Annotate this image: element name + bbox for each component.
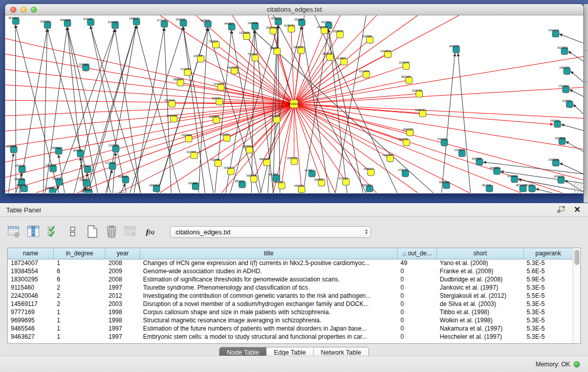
memory-status-label: Memory: OK (536, 361, 570, 368)
graph-node-label: 16648784 (449, 45, 460, 48)
minimize-button[interactable] (20, 7, 27, 13)
node-attribute-table: name in_degree year title △out_de... sho… (8, 248, 573, 341)
table-row[interactable]: 1830029562008Estimation of significance … (8, 275, 573, 283)
graph-node-label: 2718120 (398, 169, 407, 171)
delete-table-icon[interactable] (124, 225, 138, 238)
table-cell: 2003 (105, 300, 140, 308)
graph-node-label: 15751074 (271, 17, 281, 20)
graph-node-label: 9465546 (294, 185, 303, 188)
graph-node-label: 10713195 (213, 83, 224, 85)
column-header-title[interactable]: title (140, 248, 398, 259)
background-window-edge (583, 4, 588, 203)
table-cell: 2 (54, 300, 105, 308)
graph-node-label: 7957224 (208, 40, 217, 43)
graph-node-label: 9097588 (362, 36, 372, 38)
toggle-rows-icon[interactable] (66, 225, 79, 238)
graph-node-label: 20206576 (454, 149, 465, 151)
close-button[interactable] (10, 7, 16, 13)
graph-node-label: 19384554 (415, 109, 426, 112)
network-graph[interactable]: 1872400719384554183002959115460224200461… (5, 15, 583, 193)
table-cell: 2 (54, 292, 105, 300)
table-cell: 2012 (105, 292, 140, 300)
column-header-pagerank[interactable]: pagerank (524, 248, 573, 259)
graph-node-label: 20053546 (266, 27, 276, 29)
graph-node-label: 2530027 (270, 47, 279, 50)
table-cell: Disruption of a novel member of a sodium… (140, 300, 398, 308)
function-builder-icon[interactable]: f(x) (143, 225, 157, 238)
graph-node-label: 17959928 (317, 26, 328, 29)
graph-node-label: 9463627 (224, 23, 233, 25)
window-titlebar[interactable]: citations_edges.txt (5, 4, 583, 15)
table-header-row: name in_degree year title △out_de... sho… (8, 248, 573, 259)
graph-node-label: 9115460 (399, 138, 408, 141)
graph-node-label: 2803144 (235, 180, 244, 183)
graph-node-label: 17959928 (437, 138, 448, 141)
table-cell: Yano et al. (2008) (437, 259, 524, 267)
float-window-icon[interactable] (556, 206, 565, 214)
column-header-in-degree[interactable]: in_degree (54, 248, 105, 259)
create-column-icon[interactable] (85, 225, 99, 238)
memory-status-indicator[interactable] (574, 361, 580, 367)
table-row[interactable]: 2242004622012Investigating the contribut… (8, 292, 573, 300)
column-header-year[interactable]: year (105, 248, 140, 259)
graph-node-label: 16782759 (284, 25, 295, 27)
column-header-out-degree[interactable]: △out_de... (398, 248, 437, 259)
graph-node-label: 14569117 (129, 17, 140, 20)
graph-node-label: 9777169 (157, 19, 166, 22)
graph-node-label: 9463627 (274, 181, 284, 184)
table-row[interactable]: 977716911998Corpus callosum shape and si… (8, 308, 573, 316)
table-cell: 1997 (105, 333, 140, 341)
table-row[interactable]: 911546021997Tourette syndrome. Phenomeno… (8, 283, 573, 292)
delete-column-icon[interactable] (104, 225, 118, 238)
resize-grip[interactable] (573, 183, 583, 193)
graph-node-label: 17016504 (180, 68, 191, 71)
hub-node-label: 1724001 (288, 102, 298, 105)
column-header-short[interactable]: short (437, 248, 524, 259)
graph-node-label: 16210643 (557, 47, 568, 49)
table-scrollbar[interactable] (573, 248, 580, 343)
table-cell: 1 (54, 316, 105, 324)
show-columns-icon[interactable] (27, 225, 40, 238)
graph-node-label: 16648784 (248, 22, 258, 25)
table-cell: 0 (398, 275, 437, 283)
select-columns-icon[interactable] (46, 225, 60, 238)
graph-node-label: 16875223 (287, 157, 298, 160)
graph-node-label: 8186328 (294, 46, 303, 49)
graph-node-label: 9454321 (212, 97, 221, 100)
table-panel: Table Panel ✕ (0, 203, 588, 356)
table-cell: 1 (54, 333, 105, 341)
table-cell: Investigating the contribution of common… (140, 292, 398, 300)
table-options-icon[interactable] (7, 225, 21, 238)
table-row[interactable]: 1872400712008Changes of HCN gene express… (8, 259, 573, 267)
table-row[interactable]: 946554611997Estimation of the future num… (8, 324, 573, 333)
table-cell: de Silva et al. (2003) (437, 300, 524, 308)
table-row[interactable]: 1938455462009Genome-wide association stu… (8, 267, 573, 275)
graph-node-label: 12213343 (81, 189, 92, 191)
graph-node-label: 9454321 (80, 165, 90, 167)
table-selector-dropdown[interactable]: citations_edges.txt ▴▾ (170, 226, 371, 238)
graph-node-label: 12444418 (166, 115, 177, 117)
zoom-button[interactable] (31, 7, 37, 13)
table-cell: 18300295 (8, 275, 54, 283)
table-cell: 5.9E-5 (524, 275, 573, 283)
scrollbar-thumb[interactable] (574, 250, 579, 265)
graph-node-label: 12155592 (108, 144, 119, 147)
table-cell: 1997 (105, 324, 140, 333)
graph-node-label: 8267110 (362, 184, 372, 187)
network-canvas[interactable]: 1872400719384554183002959115460224200461… (5, 15, 583, 193)
graph-node-label: 9329966 (294, 18, 303, 21)
table-cell: 0 (398, 267, 437, 275)
table-panel-titlebar: Table Panel ✕ (0, 203, 588, 217)
table-row[interactable]: 1456911722003Disruption of a novel membe… (8, 300, 573, 308)
column-header-name[interactable]: name (8, 248, 54, 259)
graph-node-label: 2530027 (79, 179, 89, 181)
table-cell: 9465546 (8, 324, 54, 333)
table-cell: Nakamura et al. (1997) (437, 324, 524, 333)
table-row[interactable]: 946362711997Embryonic stem cells: a mode… (8, 333, 573, 341)
graph-node-label: 9227343 (321, 21, 331, 24)
close-panel-icon[interactable]: ✕ (573, 206, 582, 214)
graph-node-label: 9699695 (314, 179, 323, 181)
table-row[interactable]: 969969511998Structural magnetic resonanc… (8, 316, 573, 324)
table-cell: 9115460 (8, 283, 54, 292)
graph-node-label: 9227343 (187, 151, 196, 154)
